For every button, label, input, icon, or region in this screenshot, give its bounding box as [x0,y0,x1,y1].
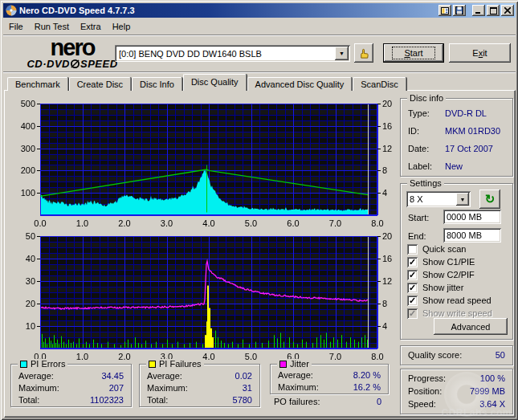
menu-help[interactable]: Help [107,20,137,33]
checkbox-show-write-speed: ✓ Show write speed [407,308,492,319]
refresh-icon: ↻ [485,192,496,206]
eject-tray-button[interactable] [354,43,373,63]
save-icon [455,6,463,14]
pi-errors-average-label: Average: [18,371,54,381]
quality-score-row: Quality score: 50 [408,350,505,360]
pi-errors-maximum-value: 207 [109,383,124,393]
tab-create-disc[interactable]: Create Disc [69,77,131,91]
jitter-maximum-value: 16.2 % [353,382,381,392]
maximize-icon [490,7,497,14]
tab-advanced-disc-quality[interactable]: Advanced Disc Quality [247,77,353,91]
checkbox-show-c2-pif[interactable]: ✓ Show C2/PIF [407,269,475,280]
window-title: Nero CD-DVD Speed 4.7.7.3 [19,6,437,15]
disc-date-value: 17 Oct 2007 [445,144,493,153]
pi-failures-maximum-label: Maximum: [147,383,188,393]
jitter-average-row: Average: 8.20 % [278,370,381,380]
pi-failures-title: PI Failures [159,359,202,369]
app-icon [6,5,17,16]
disc-id-value: MKM 01RD30 [445,126,500,136]
pi-errors-maximum-row: Maximum: 207 [18,383,124,393]
menu-file[interactable]: File [3,20,29,33]
start-field-label: Start: [408,213,429,222]
tab-disc-quality[interactable]: Disc Quality [183,74,247,91]
save-button[interactable] [453,5,466,16]
site-watermark: CDRLabs.com [441,407,512,418]
drive-select-arrow[interactable]: ▼ [335,47,349,60]
pi-errors-total-value: 1102323 [90,395,124,405]
pi-failures-maximum-value: 31 [243,383,252,393]
pi-errors-maximum-label: Maximum: [18,383,59,393]
close-button[interactable] [501,5,514,16]
start-button-label: Start [392,47,434,59]
tab-benchmark[interactable]: Benchmark [7,77,68,91]
jitter-average-value: 8.20 % [353,370,381,380]
disc-info-date-row: Date: 17 Oct 2007 [408,144,506,153]
minimize-icon [475,7,482,14]
show-jitter-label: Show jitter [422,283,463,292]
pi-errors-average-value: 34.45 [101,371,124,381]
disc-info-type-row: Type: DVD-R DL [408,108,506,118]
tab-strip: Benchmark Create Disc Disc Info Disc Qua… [7,74,407,91]
jitter-legend: Jitter [277,359,312,369]
minimize-button[interactable] [472,5,485,16]
disc-info-group: Disc info Type: DVD-R DL ID: MKM 01RD30 … [400,98,513,177]
pi-failures-average-value: 0.02 [235,371,252,381]
exit-button[interactable]: Exit [449,43,511,63]
checkbox-quick-scan[interactable]: Quick scan [407,243,466,255]
refresh-button[interactable]: ↻ [479,190,500,209]
quick-scan-label: Quick scan [422,244,466,254]
pi-failures-total-label: Total: [147,395,168,405]
speed-label: Speed: [408,399,436,409]
quality-score-label: Quality score: [408,350,462,360]
jitter-group: Jitter Average: 8.20 % Maximum: 16.2 % [270,364,389,394]
report-button[interactable] [438,5,451,16]
tab-disc-info[interactable]: Disc Info [132,77,182,91]
pi-failures-total-row: Total: 5780 [147,395,252,405]
pi-errors-title: PI Errors [31,359,65,369]
checkbox-show-jitter[interactable]: ✓ Show jitter [407,282,463,293]
app-window: Nero CD-DVD Speed 4.7.7.3 [0,0,518,420]
start-button[interactable]: Start [383,43,444,63]
show-read-speed-checkbox[interactable]: ✓ [407,296,418,306]
tab-scandisc[interactable]: ScanDisc [353,77,406,91]
pi-failures-average-row: Average: 0.02 [147,371,252,381]
position-label: Position: [408,386,442,396]
hand-icon [358,47,370,59]
title-bar: Nero CD-DVD Speed 4.7.7.3 [3,3,516,18]
checkbox-show-read-speed[interactable]: ✓ Show read speed [407,295,491,306]
pi-failures-total-value: 5780 [233,395,252,405]
quality-score-value: 50 [496,350,505,360]
disc-type-value: DVD-R DL [445,108,487,118]
scan-speed-select[interactable]: 8 X ▼ [406,191,471,207]
show-c2-pif-checkbox[interactable]: ✓ [407,270,418,280]
maximize-button[interactable] [487,5,500,16]
exit-button-label: Exit [472,48,487,58]
pi-failures-group: PI Failures Average: 0.02 Maximum: 31 To… [139,364,260,407]
disc-label-label: Label: [408,161,445,171]
checkbox-show-c1-pie[interactable]: ✓ Show C1/PIE [407,256,475,267]
disc-type-label: Type: [408,108,445,118]
pi-failures-average-label: Average: [147,371,182,381]
toolbar-separator [3,71,516,73]
advanced-button[interactable]: Advanced [434,318,508,335]
jitter-maximum-label: Maximum: [278,382,319,392]
po-failures-label: PO failures: [274,397,320,406]
scan-speed-value: 8 X [406,194,456,204]
po-failures-row: PO failures: 0 [274,397,381,406]
quick-scan-checkbox[interactable] [407,244,418,255]
disc-id-label: ID: [408,126,445,136]
scan-speed-arrow[interactable]: ▼ [456,193,469,206]
quality-score-group: Quality score: 50 [400,345,513,365]
drive-select-value: [0:0] BENQ DVD DD DW1640 BSLB [115,49,335,59]
show-c1-pie-checkbox[interactable]: ✓ [407,257,418,267]
end-field[interactable] [443,228,501,243]
show-jitter-checkbox[interactable]: ✓ [407,283,418,293]
menu-run-test[interactable]: Run Test [29,20,75,33]
drive-select[interactable]: [0:0] BENQ DVD DD DW1640 BSLB ▼ [115,45,350,62]
advanced-button-label: Advanced [451,322,491,332]
menu-extra[interactable]: Extra [75,20,107,33]
po-failures-value: 0 [377,397,381,406]
show-write-speed-label: Show write speed [422,308,492,318]
start-field[interactable] [443,210,501,224]
jitter-average-label: Average: [278,370,313,380]
